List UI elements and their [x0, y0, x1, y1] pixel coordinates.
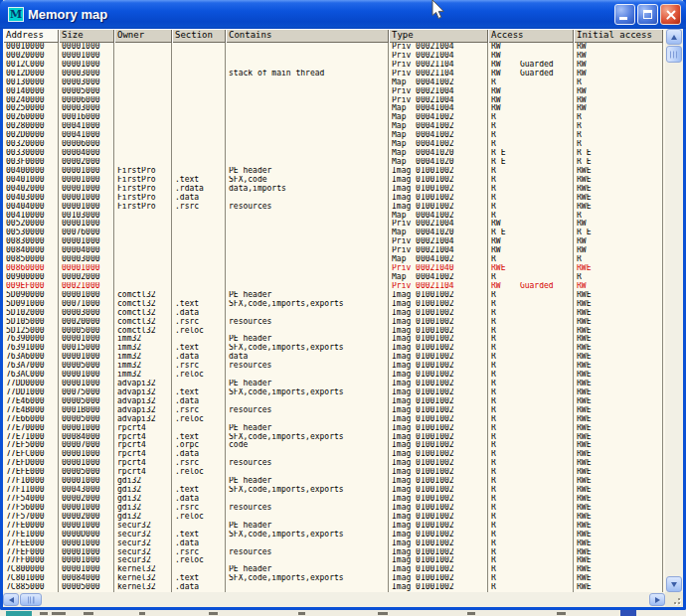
table-row[interactable]: 0086000000001000Priv 00021040RWERWE: [3, 264, 663, 273]
table-row[interactable]: 77FF000000001000secur32.relocImag 010010…: [3, 556, 663, 565]
table-row[interactable]: 0002000000001000Priv 00021004RWRW: [3, 52, 663, 61]
table-row[interactable]: 77E4B0000001B000advapi32.rsrcresourcesIm…: [3, 406, 663, 415]
table-row[interactable]: 77F1000000001000gdi32PE headerImag 01001…: [3, 477, 663, 486]
table-row[interactable]: 77DD100000075000advapi32.textSFX,code,im…: [3, 388, 663, 397]
table-row[interactable]: 7C80000000001000kernel32PE headerImag 01…: [3, 565, 663, 574]
close-button[interactable]: [660, 4, 681, 25]
table-row[interactable]: 77F5400000002000gdi32.dataImag 01001002R…: [3, 495, 663, 504]
cell-contains: PE header: [226, 291, 389, 300]
table-row[interactable]: 0012D00000003000stack of main threadPriv…: [3, 70, 663, 78]
cell-type: Imag 01001002: [389, 203, 488, 212]
table-row[interactable]: 0090000000002000Map 00041002RR: [3, 273, 663, 282]
table-row[interactable]: 0014000000005000Priv 00021004RWRW: [3, 87, 663, 96]
window-title: Memory map: [28, 7, 614, 22]
table-row[interactable]: 0026000000016000Map 00041002RR: [3, 113, 663, 122]
table-row[interactable]: 77E4600000005000advapi32.dataImag 010010…: [3, 397, 663, 406]
table-row[interactable]: 5D10500000020000comctl32.rsrcresourcesIm…: [3, 318, 663, 327]
table-row[interactable]: 0085000000003000Map 00041002RR: [3, 255, 663, 264]
cell-owner: [114, 229, 172, 237]
column-header-contains[interactable]: Contains: [226, 29, 389, 43]
table-row[interactable]: 5D09000000001000comctl32PE headerImag 01…: [3, 291, 663, 300]
table-row[interactable]: 0012C00000001000Priv 00021104RW GuardedR…: [3, 61, 663, 70]
table-row[interactable]: 0032000000006000Map 00041002RR: [3, 140, 663, 149]
cell-owner: [114, 158, 172, 167]
table-row[interactable]: 5D10200000003000comctl32.dataImag 010010…: [3, 309, 663, 318]
cell-access: R: [488, 362, 574, 371]
table-row[interactable]: 009EF00000021000Priv 00021104RW GuardedR…: [3, 282, 663, 291]
table-row[interactable]: 77E6600000005000advapi32.relocImag 01001…: [3, 415, 663, 424]
table-row[interactable]: 77EFD00000001000rpcrt4.rsrcresourcesImag…: [3, 459, 663, 468]
cell-size: 00021000: [59, 282, 114, 291]
horizontal-scroll-thumb[interactable]: [20, 593, 42, 606]
table-row[interactable]: 7639100000015000imm32.textSFX,code,impor…: [3, 344, 663, 353]
minimize-button[interactable]: [614, 4, 635, 25]
column-header-address[interactable]: Address: [3, 29, 59, 43]
scroll-left-button[interactable]: [3, 593, 19, 606]
cell-address: 77EF5000: [3, 441, 59, 450]
table-row[interactable]: 0025000000003000Map 00041004RWRW: [3, 104, 663, 113]
table-row[interactable]: 0040300000001000FirstPro.dataImag 010010…: [3, 194, 663, 203]
resize-grip[interactable]: [665, 592, 683, 607]
table-row[interactable]: 77F5700000002000gdi32.relocImag 01001002…: [3, 513, 663, 522]
titlebar[interactable]: M Memory map: [0, 0, 686, 29]
scroll-right-button[interactable]: [649, 593, 665, 606]
table-row[interactable]: 77EFE00000005000rpcrt4.relocImag 0100100…: [3, 468, 663, 477]
table-row[interactable]: 77FEE00000001000secur32.dataImag 0100100…: [3, 539, 663, 548]
table-row[interactable]: 77F5600000001000gdi32.rsrcresourcesImag …: [3, 504, 663, 513]
table-row[interactable]: 5D12500000005000comctl32.relocImag 01001…: [3, 327, 663, 336]
column-header-initial-access[interactable]: Initial access: [574, 29, 663, 43]
table-row[interactable]: 77FE000000001000secur32PE headerImag 010…: [3, 522, 663, 531]
table-row[interactable]: 77E7000000001000rpcrt4PE headerImag 0100…: [3, 424, 663, 433]
table-row[interactable]: 763A700000005000imm32.rsrcresourcesImag …: [3, 362, 663, 371]
table-row[interactable]: 0053000000076000Map 00041020R ER E: [3, 229, 663, 237]
table-row[interactable]: 77DD000000001000advapi32PE headerImag 01…: [3, 380, 663, 388]
table-row[interactable]: 77FEF00000001000secur32.rsrcresourcesIma…: [3, 548, 663, 557]
scroll-down-button[interactable]: [666, 576, 682, 592]
cell-contains: PE header: [226, 335, 389, 344]
column-header-size[interactable]: Size: [59, 29, 114, 43]
horizontal-scrollbar[interactable]: [3, 592, 665, 607]
table-row[interactable]: 0001000000001000Priv 00021004RWRW: [3, 43, 663, 52]
cell-address: 00320000: [3, 140, 59, 149]
table-row[interactable]: 763AC00000001000imm32.relocImag 01001002…: [3, 371, 663, 380]
table-row[interactable]: 0040100000001000FirstPro.textSFX,codeIma…: [3, 176, 663, 185]
column-header-owner[interactable]: Owner: [114, 29, 172, 43]
table-row[interactable]: 7C80100000084000kernel32.textSFX,code,im…: [3, 574, 663, 583]
cell-access: RW: [488, 104, 574, 113]
table-row[interactable]: 0040000000001000FirstProPE headerImag 01…: [3, 167, 663, 176]
table-row[interactable]: 77E7100000084000rpcrt4.textSFX,code,impo…: [3, 433, 663, 442]
table-row[interactable]: 003F000000002000Map 00041020R ER E: [3, 158, 663, 167]
table-row[interactable]: 002D000000041000Map 00041002RR: [3, 131, 663, 140]
table-row[interactable]: 77EFC00000001000rpcrt4.dataImag 01001002…: [3, 450, 663, 459]
table-row[interactable]: 7C88500000005000kernel32.dataImag 010010…: [3, 583, 663, 592]
table-row[interactable]: 0024000000006000Priv 00021004RWRW: [3, 96, 663, 105]
vertical-scroll-thumb[interactable]: [666, 46, 682, 63]
table-row[interactable]: 0040200000001000FirstPro.rdatadata,impor…: [3, 185, 663, 194]
column-header-type[interactable]: Type: [389, 29, 488, 43]
table-row[interactable]: 0028000000041000Map 00041002RR: [3, 122, 663, 131]
cell-size: 00006000: [59, 96, 114, 105]
table-row[interactable]: 5D09100000071000comctl32.textSFX,code,im…: [3, 300, 663, 309]
cell-owner: comctl32: [114, 300, 172, 309]
cell-size: 00005000: [59, 468, 114, 477]
table-row[interactable]: 0040400000001000FirstPro.rsrcresourcesIm…: [3, 203, 663, 212]
cell-owner: [114, 255, 172, 264]
scroll-up-button[interactable]: [666, 29, 682, 45]
table-row[interactable]: 0041000000103000Map 00041002RR: [3, 212, 663, 221]
table-row[interactable]: 0083000000001000Priv 00021004RWRW: [3, 237, 663, 246]
column-header-section[interactable]: Section: [172, 29, 226, 43]
table-row[interactable]: 7639000000001000imm32PE headerImag 01001…: [3, 335, 663, 344]
table-row[interactable]: 77F1100000043000gdi32.textSFX,code,impor…: [3, 486, 663, 495]
table-row[interactable]: 763A600000001000imm32.datadataImag 01001…: [3, 353, 663, 362]
table-row[interactable]: 77FE10000000D000secur32.textSFX,code,imp…: [3, 531, 663, 539]
table-row[interactable]: 0013000000003000Map 00041002RR: [3, 78, 663, 87]
table-row[interactable]: 77EF500000007000rpcrt4.orpccodeImag 0100…: [3, 441, 663, 450]
maximize-button[interactable]: [637, 4, 658, 25]
vertical-scrollbar[interactable]: [665, 29, 683, 592]
cell-address: 77E46000: [3, 397, 59, 406]
cell-address: 77FF0000: [3, 556, 59, 565]
column-header-access[interactable]: Access: [488, 29, 574, 43]
table-row[interactable]: 0052000000001000Priv 00021004RWRW: [3, 220, 663, 229]
table-row[interactable]: 0084000000004000Priv 00021004RWRW: [3, 246, 663, 255]
table-row[interactable]: 0033000000004000Map 00041020R ER E: [3, 149, 663, 158]
